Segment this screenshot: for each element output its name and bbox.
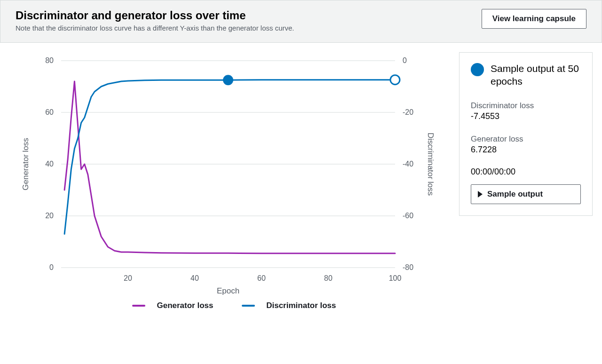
play-sample-button[interactable]: Sample output [471,184,581,204]
chart-legend: Generator loss Discriminator loss [9,296,459,319]
svg-text:40: 40 [45,160,54,168]
svg-text:Epoch: Epoch [217,286,239,295]
svg-text:-40: -40 [403,160,413,168]
discriminator-loss-label: Discriminator loss [471,101,581,111]
svg-text:60: 60 [45,108,54,116]
svg-text:60: 60 [257,274,266,282]
page-title: Discriminator and generator loss over ti… [16,9,482,22]
marker-dot-icon [471,63,484,76]
legend-generator[interactable]: Generator loss [126,301,220,310]
svg-text:100: 100 [389,274,402,282]
header-bar: Discriminator and generator loss over ti… [0,0,602,43]
svg-text:20: 20 [45,212,54,220]
view-learning-capsule-button[interactable]: View learning capsule [482,9,586,29]
legend-discriminator[interactable]: Discriminator loss [235,301,342,310]
svg-text:80: 80 [45,56,54,64]
svg-point-24 [390,75,400,85]
loss-chart[interactable]: 0204060800-20-40-60-8020406080100EpochGe… [9,51,452,296]
svg-text:-60: -60 [403,212,413,220]
generator-loss-value: 6.7228 [471,145,581,155]
sample-panel: Sample output at 50 epochs Discriminator… [459,52,593,216]
generator-loss-label: Generator loss [471,135,581,144]
svg-text:20: 20 [124,274,132,282]
time-display: 00:00/00:00 [471,167,581,177]
svg-text:0: 0 [49,263,54,271]
sample-output-title: Sample output at 50 epochs [491,62,581,88]
svg-text:Generator loss: Generator loss [21,138,30,190]
svg-text:40: 40 [190,274,199,282]
svg-text:Discriminator loss: Discriminator loss [426,133,435,196]
svg-text:-20: -20 [403,108,413,116]
svg-point-23 [223,75,233,85]
svg-text:0: 0 [403,56,407,64]
play-icon [478,191,483,198]
discriminator-loss-value: -7.4553 [471,111,581,121]
svg-text:80: 80 [324,274,333,282]
svg-text:-80: -80 [403,263,413,271]
page-subtitle: Note that the discriminator loss curve h… [16,24,482,32]
